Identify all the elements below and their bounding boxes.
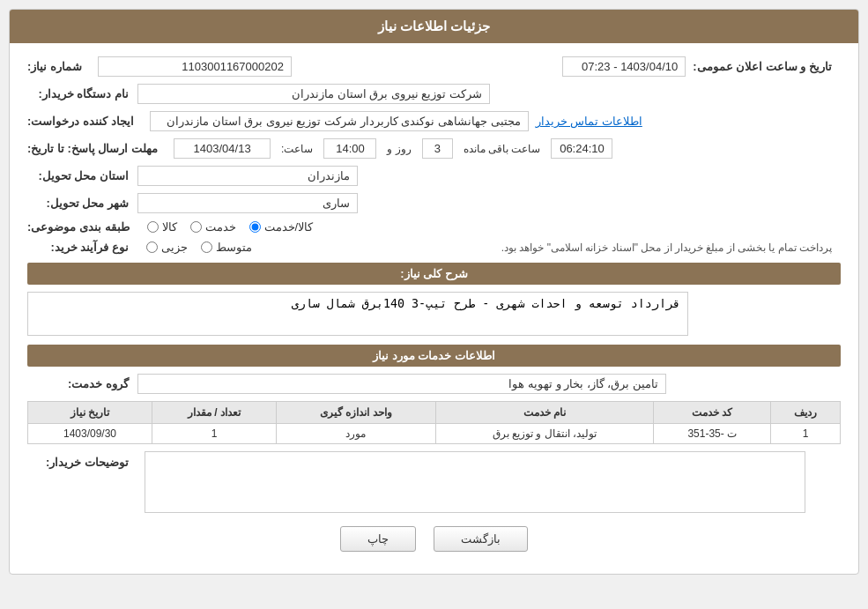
need-desc-textarea[interactable] (27, 292, 688, 336)
deadline-days: 3 (422, 138, 453, 159)
category-goods-services[interactable]: کالا/خدمت (249, 220, 314, 234)
purchase-type-minor-radio[interactable] (146, 241, 158, 253)
page-header: جزئیات اطلاعات نیاز (10, 10, 858, 43)
category-goods-radio[interactable] (147, 221, 159, 233)
announce-date-value: 1403/04/10 - 07:23 (562, 56, 686, 77)
table-cell: 1403/09/30 (28, 424, 152, 444)
purchase-type-options: متوسط جزیی (146, 241, 252, 254)
table-cell: ت -35-351 (654, 424, 771, 444)
purchase-type-label: نوع فرآیند خرید: (27, 241, 133, 254)
purchase-type-minor-label: جزیی (161, 241, 188, 254)
col-quantity: تعداد / مقدار (152, 402, 277, 424)
remaining-value: 06:24:10 (551, 138, 612, 159)
category-label: طبقه بندی موضوعی: (27, 220, 134, 234)
category-goods-services-radio[interactable] (249, 221, 261, 233)
announce-date-label: تاریخ و ساعت اعلان عمومی: (693, 60, 836, 73)
action-buttons: بازگشت چاپ (27, 526, 841, 552)
table-cell: مورد (276, 424, 435, 444)
deadline-time-label: ساعت: (281, 143, 313, 155)
delivery-province-label: استان محل تحویل: (27, 169, 133, 182)
col-service-name: نام خدمت (435, 402, 654, 424)
category-goods-label: کالا (162, 220, 177, 234)
col-row-num: ردیف (771, 402, 841, 424)
buyer-org-value: شرکت توزیع نیروی برق استان مازندران (137, 84, 490, 104)
back-button[interactable]: بازگشت (434, 526, 528, 552)
category-service[interactable]: خدمت (190, 220, 236, 234)
services-table: ردیف کد خدمت نام خدمت واحد اندازه گیری ت… (27, 401, 841, 444)
deadline-label: مهلت ارسال پاسخ: تا تاریخ: (27, 142, 162, 155)
purchase-type-minor[interactable]: جزیی (146, 241, 188, 254)
creator-value: مجتبی جهانشاهی نوکندی کاربردار شرکت توزی… (150, 111, 529, 131)
contact-link[interactable]: اطلاعات تماس خریدار (536, 115, 642, 128)
buyer-org-label: نام دستگاه خریدار: (27, 87, 133, 100)
remaining-label: ساعت باقی مانده (464, 143, 541, 155)
category-goods[interactable]: کالا (147, 220, 177, 234)
table-cell: 1 (771, 424, 841, 444)
purchase-type-text: پرداخت تمام یا بخشی از مبلغ خریدار از مح… (261, 241, 841, 254)
category-service-radio[interactable] (190, 221, 202, 233)
table-cell: 1 (152, 424, 277, 444)
purchase-type-medium-radio[interactable] (201, 241, 212, 253)
col-service-code: کد خدمت (654, 402, 771, 424)
delivery-city-value: ساری (137, 193, 358, 213)
need-number-label: شماره نیاز: (27, 60, 86, 73)
category-options: کالا/خدمت خدمت کالا (147, 220, 314, 234)
need-desc-section-title: شرح کلی نیاز: (27, 263, 841, 285)
deadline-time: 14:00 (323, 138, 376, 159)
table-row: 1ت -35-351تولید، انتقال و توزیع برقمورد1… (28, 424, 841, 444)
purchase-type-medium-label: متوسط (216, 241, 252, 254)
deadline-date: 1403/04/13 (174, 138, 271, 159)
table-cell: تولید، انتقال و توزیع برق (435, 424, 654, 444)
deadline-days-label: روز و (387, 143, 411, 155)
need-number-value: 1103001167000202 (98, 56, 292, 77)
col-date: تاریخ نیاز (28, 402, 152, 424)
print-button[interactable]: چاپ (340, 526, 416, 552)
creator-label: ایجاد کننده درخواست: (27, 115, 138, 128)
category-service-label: خدمت (205, 220, 236, 234)
service-group-label: گروه خدمت: (27, 377, 133, 390)
delivery-province-value: مازندران (137, 166, 358, 186)
service-group-value: تامین برق، گاز، بخار و تهویه هوا (137, 374, 666, 394)
category-goods-services-label: کالا/خدمت (264, 220, 314, 234)
col-unit: واحد اندازه گیری (276, 402, 435, 424)
services-section-title: اطلاعات خدمات مورد نیاز (27, 345, 841, 367)
delivery-city-label: شهر محل تحویل: (27, 197, 133, 210)
purchase-type-medium[interactable]: متوسط (201, 241, 252, 254)
buyer-notes-label: توضیحات خریدار: (27, 456, 133, 469)
buyer-notes-textarea[interactable] (145, 451, 805, 513)
